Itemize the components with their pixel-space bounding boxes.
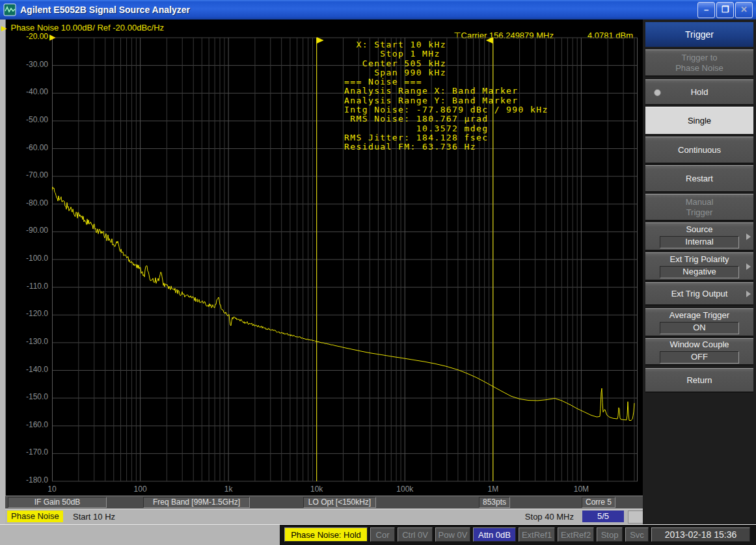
softkey-continuous[interactable]: Continuous — [645, 137, 753, 164]
indicator-pow-0v: Pow 0V — [435, 527, 470, 542]
indicator-cor: Cor — [370, 527, 395, 542]
analyzer-window: Agilent E5052B Signal Source Analyzer –❐… — [0, 0, 756, 545]
softkey-value: OFF — [660, 351, 739, 364]
ref-level-marker-icon: ▶ — [49, 33, 55, 42]
y-axis-tick-label: -100.0 — [4, 254, 48, 263]
submenu-arrow-icon — [746, 233, 751, 240]
indicator-stop: Stop — [597, 527, 623, 542]
minimize-button[interactable]: – — [697, 2, 715, 18]
softkey-return[interactable]: Return — [645, 368, 753, 393]
y-axis-tick-label: -110.0 — [4, 282, 48, 291]
y-axis-tick-label: -50.00 — [4, 115, 48, 124]
x-axis-tick-label: 1k — [209, 485, 248, 494]
softkey-hold[interactable]: Hold — [645, 79, 753, 105]
indicator-ctrl-0v: Ctrl 0V — [398, 527, 433, 542]
status-boxlet — [628, 511, 643, 524]
y-axis-tick-label: -160.0 — [4, 420, 48, 429]
settings-chip: Freq Band [99M-1.5GHz] — [143, 497, 250, 508]
y-axis-tick-label: -60.00 — [4, 143, 48, 152]
y-axis-tick-label: -180.0 — [4, 475, 48, 485]
y-axis-tick-label: -30.00 — [4, 60, 48, 69]
status-taskbar: Phase Noise: HoldCorCtrl 0VPow 0VAttn 0d… — [0, 524, 756, 545]
x-axis-tick-label: 10M — [561, 485, 601, 494]
settings-chip: LO Opt [<150kHz] — [303, 497, 376, 508]
softkey-restart[interactable]: Restart — [645, 165, 753, 193]
x-axis-tick-label: 10k — [297, 485, 336, 494]
radio-dot-icon — [654, 89, 661, 96]
softkey-label: Ext Trig Polarity — [669, 254, 729, 265]
softkey-label: Single — [688, 116, 711, 126]
softkey-manual-trigger[interactable]: Manual Trigger — [645, 194, 753, 221]
indicator-phase-noise-hold: Phase Noise: Hold — [284, 527, 368, 542]
window-title: Agilent E5052B Signal Source Analyzer — [20, 5, 190, 15]
window-titlebar: Agilent E5052B Signal Source Analyzer –❐… — [0, 0, 756, 20]
y-axis-tick-label: -130.0 — [4, 337, 48, 346]
restore-button[interactable]: ❐ — [716, 2, 734, 18]
submenu-arrow-icon — [746, 263, 751, 270]
softkey-source[interactable]: SourceInternal — [645, 222, 753, 251]
softkey-label: Continuous — [678, 145, 721, 155]
measurement-settings-bar: IF Gain 50dBFreq Band [99M-1.5GHz]LO Opt… — [5, 496, 643, 509]
window-controls: –❐✕ — [697, 2, 753, 18]
trace-marker-icon: ▶ — [1, 24, 7, 32]
indicator-extref1: ExtRef1 — [519, 527, 555, 542]
softkey-value: ON — [660, 322, 739, 334]
y-axis-tick-label: -140.0 — [4, 365, 48, 374]
x-axis-tick-label: 10 — [33, 485, 72, 494]
y-axis-tick-label: -150.0 — [4, 392, 48, 401]
softkey-label: Average Trigger — [669, 310, 729, 321]
submenu-arrow-icon — [746, 291, 751, 297]
x-axis-tick-label: 100k — [385, 485, 424, 494]
softkey-average-trigger[interactable]: Average TriggerON — [645, 308, 753, 337]
average-count-badge: 5/5 — [582, 511, 624, 522]
y-axis-tick-label: -40.00 — [4, 87, 48, 96]
noise-analysis-readout: X: Start 10 kHz Stop 1 MHz Center 505 kH… — [344, 40, 548, 152]
softkey-ext-trig-output[interactable]: Ext Trig Output — [645, 282, 753, 306]
softkey-label: Restart — [686, 174, 713, 184]
measurement-type-badge: Phase Noise — [7, 511, 63, 522]
indicator-attn-0db: Attn 0dB — [473, 527, 516, 542]
sweep-range-bar: Phase Noise Start 10 Hz Stop 40 MHz 5/5 — [5, 509, 643, 525]
indicator-extref2: ExtRef2 — [558, 527, 594, 542]
indicator-svc: Svc — [625, 527, 649, 542]
sweep-start-label: Start 10 Hz — [73, 512, 115, 522]
settings-chip: IF Gain 50dB — [8, 497, 107, 508]
y-axis-tick-label: -20.00 — [4, 32, 48, 41]
softkey-trigger-to-phase-noise[interactable]: Trigger to Phase Noise — [645, 49, 753, 77]
settings-chip: 853pts — [479, 497, 510, 508]
y-axis-tick-label: -80.00 — [4, 198, 48, 207]
softkey-label: Hold — [691, 87, 709, 98]
softkey-value: Negative — [660, 266, 739, 278]
softkey-ext-trig-polarity[interactable]: Ext Trig PolarityNegative — [645, 252, 753, 281]
softkey-label: Ext Trig Output — [671, 289, 728, 299]
app-icon — [3, 3, 16, 16]
y-axis-tick-label: -90.00 — [4, 226, 48, 235]
x-axis-tick-label: 1M — [474, 485, 513, 494]
close-button[interactable]: ✕ — [735, 2, 753, 18]
softkey-label: Manual Trigger — [686, 197, 714, 218]
softkey-label: Trigger to Phase Noise — [675, 53, 723, 73]
settings-chip: Corre 5 — [582, 497, 615, 508]
softkey-label: Source — [686, 224, 712, 235]
softkey-value: Internal — [660, 236, 739, 248]
y-axis-tick-label: -120.0 — [4, 309, 48, 318]
sweep-stop-label: Stop 40 MHz — [525, 512, 574, 522]
softkey-window-couple[interactable]: Window CoupleOFF — [645, 338, 753, 366]
softkey-label: Window Couple — [669, 339, 729, 350]
softkey-menu: Trigger Trigger to Phase NoiseHoldSingle… — [643, 20, 756, 524]
clock-indicator: 2013-02-18 15:36 — [651, 527, 750, 542]
x-axis-tick-label: 100 — [121, 485, 160, 494]
trace-scale-label: Phase Noise 10.00dB/ Ref -20.00dBc/Hz — [10, 23, 164, 33]
softkey-label: Return — [686, 375, 712, 386]
y-axis-tick-label: -70.00 — [4, 170, 48, 179]
y-axis-tick-label: -170.0 — [4, 447, 48, 457]
softkey-single[interactable]: Single — [645, 107, 753, 135]
softkey-menu-title: Trigger — [645, 22, 753, 47]
trace-scale-readout: ▶Phase Noise 10.00dB/ Ref -20.00dBc/Hz — [1, 23, 164, 33]
